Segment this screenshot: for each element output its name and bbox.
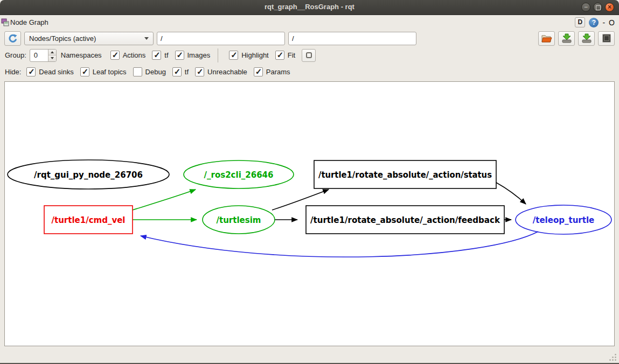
edge-teleop-to-cmdvel[interactable]	[141, 232, 538, 257]
checkbox-leaf-topics[interactable]: Leaf topics	[80, 67, 127, 76]
unreachable-checkbox[interactable]	[195, 67, 204, 76]
filter-left-input[interactable]	[157, 32, 285, 45]
fit-in-view-button[interactable]	[302, 49, 316, 62]
node-turtlesim-label: /turtlesim	[217, 215, 261, 225]
checkbox-fit[interactable]: Fit	[275, 51, 295, 60]
node-turtlesim[interactable]: /turtlesim	[203, 206, 275, 234]
panel-header: Node Graph D ? - O	[0, 15, 619, 30]
spin-up-icon[interactable]	[48, 50, 56, 56]
tf-checkbox[interactable]	[152, 51, 161, 60]
close-button[interactable]: ×	[605, 3, 614, 12]
node-ros2cli-label: /_ros2cli_26646	[204, 170, 274, 180]
checkbox-debug[interactable]: Debug	[133, 67, 166, 76]
checkbox-images[interactable]: Images	[175, 51, 211, 60]
titlebar[interactable]: rqt_graph__RosGraph - rqt − ×	[0, 0, 619, 15]
window-controls: − ×	[581, 3, 614, 12]
tf-hide-checkbox[interactable]	[172, 67, 182, 76]
save-svg-button[interactable]	[578, 31, 595, 46]
debug-label: Debug	[145, 68, 166, 76]
options-row: Group: 0 Namespaces Actions tf Images Hi…	[0, 47, 619, 64]
fit-label: Fit	[288, 51, 295, 59]
window-title: rqt_graph__RosGraph - rqt	[0, 3, 619, 11]
separator	[218, 48, 218, 62]
node-cmd-vel-label: /turtle1/cmd_vel	[52, 215, 126, 225]
actions-label: Actions	[123, 51, 146, 59]
dead-sinks-checkbox[interactable]	[26, 67, 36, 76]
images-label: Images	[187, 51, 211, 59]
leaf-topics-checkbox[interactable]	[80, 67, 89, 76]
checkbox-unreachable[interactable]: Unreachable	[195, 67, 247, 76]
node-teleop-turtle-label: /teleop_turtle	[533, 215, 594, 225]
folder-open-icon	[541, 34, 552, 43]
highlight-checkbox[interactable]	[229, 51, 238, 60]
node-graph-icon	[1, 18, 9, 26]
params-label: Params	[266, 68, 290, 76]
save-drive-icon	[561, 33, 572, 43]
collapse-panel-button[interactable]: -	[602, 18, 605, 27]
node-action-status-label: /turtle1/rotate_absolute/_action/status	[318, 170, 492, 180]
edge-status-to-teleop[interactable]	[496, 183, 526, 204]
float-panel-button[interactable]: O	[609, 18, 615, 27]
rqt-window: rqt_graph__RosGraph - rqt − × Node Graph…	[0, 0, 619, 364]
dock-d-button[interactable]: D	[575, 17, 585, 27]
actions-checkbox[interactable]	[110, 51, 120, 60]
tf-hide-label: tf	[185, 68, 189, 76]
namespaces-label: Namespaces	[61, 51, 102, 59]
resize-grip-icon[interactable]	[609, 353, 617, 361]
save-drive-icon	[581, 33, 592, 43]
save-dot-button[interactable]	[558, 31, 575, 46]
load-dot-button[interactable]	[538, 31, 555, 46]
chevron-down-icon	[144, 37, 149, 40]
view-mode-value: Nodes/Topics (active)	[29, 34, 144, 43]
checkbox-dead-sinks[interactable]: Dead sinks	[26, 67, 73, 76]
refresh-button[interactable]	[4, 31, 21, 46]
save-image-button[interactable]	[598, 31, 615, 46]
toolbar: Nodes/Topics (active)	[0, 30, 619, 47]
node-teleop-turtle[interactable]: /teleop_turtle	[516, 205, 611, 234]
spin-down-icon[interactable]	[48, 55, 56, 61]
panel-title: Node Graph	[10, 18, 48, 26]
checkbox-tf-show[interactable]: tf	[152, 51, 168, 60]
node-action-feedback-label: /turtle1/rotate_absolute/_action/feedbac…	[310, 215, 500, 225]
node-cmd-vel[interactable]: /turtle1/cmd_vel	[44, 206, 133, 234]
minimize-button[interactable]: −	[581, 3, 590, 12]
node-rqt-gui-py[interactable]: /rqt_gui_py_node_26706	[8, 160, 169, 189]
node-ros2cli[interactable]: /_ros2cli_26646	[184, 160, 294, 188]
tf-label: tf	[164, 51, 168, 59]
fit-in-view-icon	[306, 52, 312, 58]
node-graph-svg: /rqt_gui_py_node_26706 /_ros2cli_26646 /…	[5, 82, 614, 346]
params-checkbox[interactable]	[254, 67, 263, 76]
node-action-feedback[interactable]: /turtle1/rotate_absolute/_action/feedbac…	[306, 206, 504, 234]
filter-right-input[interactable]	[288, 32, 416, 45]
node-rqt-gui-py-label: /rqt_gui_py_node_26706	[34, 170, 143, 180]
graph-canvas[interactable]: /rqt_gui_py_node_26706 /_ros2cli_26646 /…	[4, 81, 615, 346]
hide-label: Hide:	[5, 68, 21, 76]
refresh-icon	[8, 33, 18, 43]
edge-cmdvel-to-ros2cli[interactable]	[133, 190, 196, 210]
images-checkbox[interactable]	[175, 51, 184, 60]
leaf-topics-label: Leaf topics	[93, 68, 127, 76]
checkbox-params[interactable]: Params	[254, 67, 290, 76]
hide-row: Hide: Dead sinks Leaf topics Debug tf Un…	[0, 64, 619, 80]
unreachable-label: Unreachable	[207, 68, 247, 76]
node-action-status[interactable]: /turtle1/rotate_absolute/_action/status	[314, 160, 496, 188]
checkbox-highlight[interactable]: Highlight	[229, 51, 269, 60]
help-icon[interactable]: ?	[589, 18, 599, 27]
fit-checkbox[interactable]	[275, 51, 284, 60]
checkbox-actions[interactable]: Actions	[110, 51, 146, 60]
view-mode-select[interactable]: Nodes/Topics (active)	[24, 32, 154, 45]
debug-checkbox[interactable]	[133, 67, 142, 76]
image-icon	[602, 34, 611, 43]
maximize-button[interactable]	[593, 3, 602, 12]
group-spinbox[interactable]: 0	[30, 49, 57, 62]
highlight-label: Highlight	[241, 51, 269, 59]
group-label: Group:	[5, 51, 26, 59]
status-bar	[0, 346, 619, 364]
checkbox-tf-hide[interactable]: tf	[172, 67, 189, 76]
edge-turtlesim-to-status[interactable]	[272, 190, 329, 210]
dead-sinks-label: Dead sinks	[39, 68, 73, 76]
group-value: 0	[30, 50, 48, 61]
